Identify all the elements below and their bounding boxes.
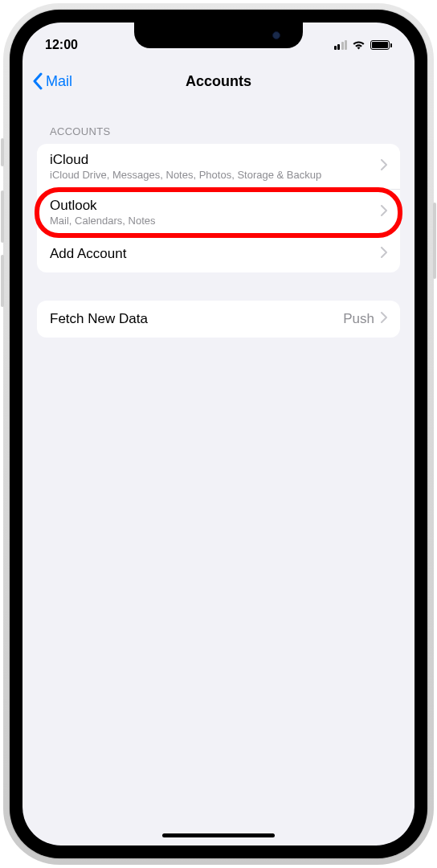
volume-down-button [1,255,4,307]
status-time: 12:00 [45,38,78,52]
page-title: Accounts [186,73,251,90]
home-indicator[interactable] [162,833,275,837]
account-row-icloud[interactable]: iCloud iCloud Drive, Messages, Notes, Ph… [37,144,400,190]
account-title: iCloud [50,151,381,169]
fetch-list-group: Fetch New Data Push [37,301,400,338]
cellular-signal-icon [334,40,348,50]
chevron-right-icon [381,159,387,174]
fetch-title: Fetch New Data [50,310,343,328]
fetch-new-data-row[interactable]: Fetch New Data Push [37,301,400,338]
accounts-section-header: ACCOUNTS [37,101,400,144]
screen: 12:00 [22,23,415,845]
power-button [433,203,436,279]
chevron-right-icon [381,205,387,219]
add-account-row[interactable]: Add Account [37,235,400,272]
phone-frame: 12:00 [10,10,427,858]
battery-icon [370,40,392,50]
notch [134,23,303,48]
back-button[interactable]: Mail [32,72,72,90]
mute-switch [1,138,4,166]
back-label: Mail [46,73,72,90]
add-account-label: Add Account [50,245,381,263]
volume-up-button [1,190,4,243]
wifi-icon [352,40,366,50]
nav-bar: Mail Accounts [22,61,415,101]
account-title: Outlook [50,197,381,215]
accounts-list-group: iCloud iCloud Drive, Messages, Notes, Ph… [37,144,400,272]
highlighted-row-wrapper: Outlook Mail, Calendars, Notes [37,190,400,235]
status-icons [334,40,393,50]
chevron-right-icon [381,312,387,326]
account-row-outlook[interactable]: Outlook Mail, Calendars, Notes [37,190,400,235]
content-area: ACCOUNTS iCloud iCloud Drive, Messages, … [22,101,415,338]
chevron-right-icon [381,247,387,261]
front-camera [272,31,280,39]
account-subtitle: iCloud Drive, Messages, Notes, Photos, S… [50,169,381,182]
fetch-value: Push [343,311,374,327]
chevron-left-icon [32,72,43,90]
account-subtitle: Mail, Calendars, Notes [50,215,381,228]
